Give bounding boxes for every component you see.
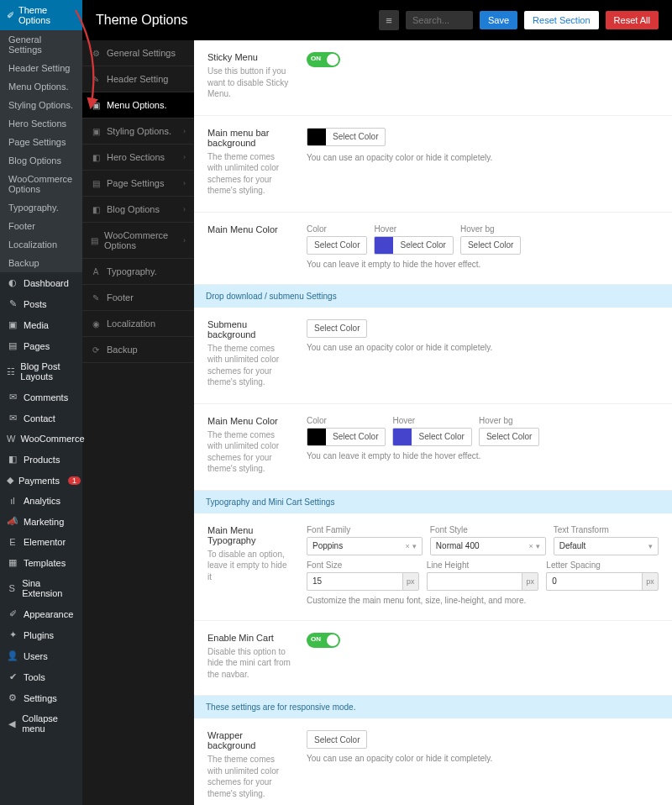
field-hint: Customize the main menu font, size, line… bbox=[307, 596, 659, 605]
section-wrapper-background: Wrapper background The theme comes with … bbox=[194, 718, 672, 805]
panel-icon: ◧ bbox=[91, 153, 101, 162]
sidebar-item[interactable]: ▤Pages bbox=[0, 335, 82, 356]
font-style-select[interactable]: Normal 400×▾ bbox=[430, 537, 546, 555]
field-hint: You can leave it empty to hide the hover… bbox=[307, 260, 659, 269]
sidebar-item[interactable]: ◐Dashboard bbox=[0, 272, 82, 293]
sidebar-item[interactable]: ✎Posts bbox=[0, 293, 82, 314]
panel-nav-item[interactable]: ◉Localization bbox=[82, 311, 194, 337]
field-label: Wrapper background bbox=[207, 730, 291, 750]
menu-icon: W bbox=[7, 434, 15, 444]
sidebar-subitem[interactable]: Styling Options. bbox=[0, 96, 82, 114]
sidebar-subitem[interactable]: Localization bbox=[0, 235, 82, 254]
sidebar-item[interactable]: 👤Users bbox=[0, 645, 82, 666]
sidebar-subitem[interactable]: Typography. bbox=[0, 198, 82, 217]
sidebar-item[interactable]: ✐Appearance bbox=[0, 603, 82, 624]
panel-icon: ◧ bbox=[91, 205, 101, 214]
menu-icon: ⚙ bbox=[7, 692, 18, 703]
sidebar-item-label: Settings bbox=[24, 693, 57, 703]
field-desc: The theme comes with unlimited color sch… bbox=[207, 754, 291, 799]
unit-label: px bbox=[522, 572, 538, 591]
color-picker[interactable]: Select Color bbox=[374, 236, 453, 255]
panel-nav-item[interactable]: ATypography. bbox=[82, 259, 194, 285]
text-transform-select[interactable]: Default▾ bbox=[554, 537, 659, 555]
color-picker[interactable]: Select Color bbox=[307, 236, 367, 255]
panel-nav-label: Backup bbox=[107, 345, 138, 355]
reset-section-button[interactable]: Reset Section bbox=[524, 11, 598, 29]
field-label: Sticky Menu bbox=[207, 52, 291, 62]
panel-nav-item[interactable]: ▣Styling Options.› bbox=[82, 118, 194, 145]
sidebar-item[interactable]: ☷Blog Post Layouts bbox=[0, 356, 82, 387]
panel-nav-item[interactable]: ⚙General Settings bbox=[82, 40, 194, 66]
sidebar-item[interactable]: ⚙Settings bbox=[0, 687, 82, 708]
color-label: Color bbox=[307, 416, 386, 425]
panel-nav-label: Blog Options bbox=[107, 204, 160, 214]
sidebar-item[interactable]: 📣Marketing bbox=[0, 511, 82, 532]
sidebar-item[interactable]: ✉Contact bbox=[0, 408, 82, 429]
letter-spacing-input[interactable]: 0 bbox=[546, 572, 642, 591]
menu-icon: ✐ bbox=[7, 608, 18, 619]
menubar-bg-colorpicker[interactable]: Select Color bbox=[307, 128, 386, 146]
sidebar-subitem[interactable]: Hero Sections bbox=[0, 114, 82, 133]
color-picker[interactable]: Select Color bbox=[392, 428, 471, 446]
menu-icon: ıl bbox=[7, 496, 18, 506]
sidebar-item[interactable]: ◧Products bbox=[0, 449, 82, 470]
sidebar-item[interactable]: ▦Templates bbox=[0, 552, 82, 573]
panel-icon: ▣ bbox=[91, 127, 101, 136]
panel-nav-label: Page Settings bbox=[107, 178, 165, 188]
min-cart-toggle[interactable]: ON bbox=[307, 633, 340, 648]
panel-nav-item[interactable]: ▤Page Settings› bbox=[82, 171, 194, 197]
sticky-menu-toggle[interactable]: ON bbox=[307, 52, 340, 67]
sidebar-item[interactable]: ✔Tools bbox=[0, 666, 82, 687]
panel-nav-item[interactable]: ◧Blog Options› bbox=[82, 197, 194, 223]
panel-nav-item[interactable]: ✎Header Setting bbox=[82, 66, 194, 92]
sidebar-subitem[interactable]: General Settings bbox=[0, 30, 82, 59]
sidebar-subitem[interactable]: Blog Options bbox=[0, 151, 82, 170]
panel-nav-item[interactable]: ⟳Backup bbox=[82, 337, 194, 363]
panel-nav-label: Styling Options. bbox=[107, 126, 171, 136]
sidebar-item-label: Products bbox=[24, 455, 60, 465]
font-size-input[interactable]: 15 bbox=[307, 572, 402, 591]
sidebar-item[interactable]: WWooCommerce bbox=[0, 429, 82, 449]
panel-nav-item[interactable]: ✎Footer bbox=[82, 285, 194, 311]
sidebar-active-theme-options[interactable]: ✐ Theme Options bbox=[0, 0, 82, 30]
panel-nav-item[interactable]: ▣Menu Options. bbox=[82, 92, 194, 118]
field-label: Main Menu Color bbox=[207, 224, 291, 234]
sidebar-subitem[interactable]: Page Settings bbox=[0, 133, 82, 151]
sidebar-item[interactable]: ılAnalytics bbox=[0, 491, 82, 511]
line-height-input[interactable] bbox=[427, 572, 522, 591]
color-picker[interactable]: Select Color bbox=[479, 428, 539, 446]
sidebar-subitem[interactable]: Menu Options. bbox=[0, 77, 82, 96]
field-label: Main Menu Typography bbox=[207, 525, 291, 545]
search-input[interactable] bbox=[406, 11, 473, 29]
field-desc: Disable this option to hide the mini car… bbox=[207, 646, 291, 681]
sidebar-subitem[interactable]: Backup bbox=[0, 254, 82, 272]
reset-all-button[interactable]: Reset All bbox=[606, 11, 659, 29]
field-sublabel: Font Size bbox=[307, 560, 419, 570]
sidebar-item[interactable]: SSina Extension bbox=[0, 573, 82, 603]
sidebar-item[interactable]: ◀Collapse menu bbox=[0, 708, 82, 739]
color-picker[interactable]: Select Color bbox=[460, 236, 521, 255]
font-family-select[interactable]: Poppins×▾ bbox=[307, 537, 423, 555]
chevron-right-icon: › bbox=[183, 179, 186, 187]
panel-icon: ✎ bbox=[91, 293, 101, 303]
sidebar-subitem[interactable]: Footer bbox=[0, 217, 82, 235]
sidebar-item[interactable]: ✦Plugins bbox=[0, 624, 82, 645]
save-button[interactable]: Save bbox=[480, 11, 517, 29]
sidebar-subitem[interactable]: Header Setting bbox=[0, 59, 82, 77]
section-menubar-background: Main menu bar background The theme comes… bbox=[194, 116, 672, 213]
color-picker[interactable]: Select Color bbox=[307, 730, 367, 749]
options-topbar: Theme Options ≡ Save Reset Section Reset… bbox=[82, 0, 672, 40]
panel-nav-item[interactable]: ◧Hero Sections› bbox=[82, 145, 194, 171]
color-picker[interactable]: Select Color bbox=[307, 319, 367, 338]
sidebar-submenu: General SettingsHeader SettingMenu Optio… bbox=[0, 30, 82, 272]
sidebar-item[interactable]: EElementor bbox=[0, 532, 82, 552]
chevron-right-icon: › bbox=[183, 153, 186, 161]
sidebar-item[interactable]: ◆Payments1 bbox=[0, 470, 82, 491]
expand-icon[interactable]: ≡ bbox=[379, 10, 399, 30]
sidebar-subitem[interactable]: WooCommerce Options bbox=[0, 170, 82, 198]
color-picker[interactable]: Select Color bbox=[307, 428, 386, 446]
sidebar-item[interactable]: ✉Comments bbox=[0, 387, 82, 408]
panel-icon: ⟳ bbox=[91, 345, 101, 355]
panel-nav-item[interactable]: ▤WooCommerce Options› bbox=[82, 223, 194, 259]
sidebar-item[interactable]: ▣Media bbox=[0, 314, 82, 335]
